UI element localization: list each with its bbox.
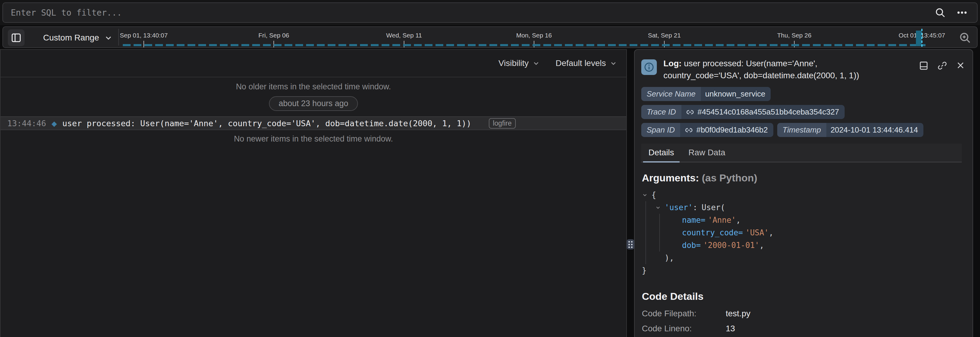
span-id-badge-label: Span ID: [641, 123, 680, 137]
time-ago-badge: about 23 hours ago: [269, 96, 358, 111]
search-icon[interactable]: [934, 7, 946, 18]
link-icon: [684, 126, 694, 135]
code-close-paren: ),: [665, 253, 674, 262]
code-dob-key: dob=: [682, 241, 701, 250]
default-levels-dropdown[interactable]: Default levels: [555, 59, 617, 68]
top-bar: Enter SQL to filter...: [0, 0, 980, 25]
timeline-label: Sat, Sep 21: [648, 32, 681, 39]
trace-id-badge[interactable]: Trace ID #454514c0168a455a51bb4ceba354c3…: [641, 105, 845, 119]
details-panel-layout-icon[interactable]: [919, 61, 929, 71]
span-id-badge-value: #b0f0d9ed1ab346b2: [696, 125, 768, 135]
log-row[interactable]: 13:44:46 ◆ user processed: User(name='An…: [1, 116, 626, 130]
code-close-brace: }: [642, 266, 647, 275]
panel-resize-handle[interactable]: [627, 239, 634, 249]
log-row-message: user processed: User(name='Anne', countr…: [62, 119, 471, 128]
code-country-key: country_code=: [682, 228, 743, 237]
log-row-time: 13:44:46: [7, 119, 46, 128]
timeline-label: Fri, Sep 06: [258, 32, 290, 39]
tab-raw-data[interactable]: Raw Data: [681, 144, 733, 161]
detail-title: Log: user processed: User(name='Anne', c…: [663, 57, 895, 81]
code-open-brace: {: [651, 190, 656, 200]
service-name-badge: Service Name unknown_service: [641, 87, 771, 101]
visibility-dropdown[interactable]: Visibility: [498, 59, 540, 68]
sql-filter-input[interactable]: Enter SQL to filter...: [2, 2, 978, 23]
code-name-value: 'Anne': [708, 216, 736, 225]
detail-badges: Service Name unknown_service Trace ID #4…: [635, 83, 972, 137]
link-icon: [686, 108, 695, 117]
chevron-down-icon: [609, 59, 617, 67]
span-id-badge[interactable]: Span ID #b0f0d9ed1ab346b2: [641, 123, 773, 137]
timeline-histogram-baseline[interactable]: [123, 44, 926, 46]
timeline-label: Thu, Sep 26: [777, 32, 811, 39]
trace-id-badge-label: Trace ID: [641, 105, 681, 119]
time-range-label: Custom Range: [43, 33, 99, 43]
close-icon[interactable]: [956, 61, 965, 70]
trace-id-badge-value: #454514c0168a455a51bb4ceba354c327: [698, 107, 839, 117]
default-levels-dropdown-label: Default levels: [555, 59, 606, 68]
more-options-icon[interactable]: [956, 6, 968, 19]
detail-tabs: Details Raw Data: [641, 144, 962, 163]
timeline-label: Mon, Sep 16: [516, 32, 552, 39]
code-user-call: User(: [702, 203, 725, 212]
service-name-badge-value: unknown_service: [701, 87, 771, 101]
code-lineno-label: Code Lineno:: [642, 324, 726, 334]
visibility-dropdown-label: Visibility: [498, 59, 529, 68]
timeline-label: Sep 01, 13:40:07: [120, 32, 168, 39]
sidebar-toggle-icon[interactable]: [8, 29, 25, 46]
code-details-heading: Code Details: [642, 291, 964, 302]
code-filepath-value: test.py: [726, 309, 964, 318]
timeline-selection-marker[interactable]: [921, 29, 923, 47]
service-name-badge-label: Service Name: [641, 87, 701, 101]
detail-title-text: user processed: User(name='Anne', countr…: [663, 59, 859, 80]
collapse-caret-icon[interactable]: [642, 192, 651, 198]
tab-details[interactable]: Details: [641, 144, 681, 161]
log-list-panel: Visibility Default levels No older items…: [0, 49, 627, 337]
code-user-sep: :: [693, 203, 698, 212]
detail-header: Log: user processed: User(name='Anne', c…: [635, 50, 972, 83]
timeline-label: Wed, Sep 11: [386, 32, 422, 39]
code-dob-value: '2000-01-01': [703, 241, 760, 250]
copy-link-icon[interactable]: [937, 61, 947, 71]
zoom-in-icon[interactable]: [958, 31, 972, 45]
sql-filter-placeholder: Enter SQL to filter...: [11, 8, 934, 18]
code-name-key: name=: [682, 216, 705, 225]
code-lineno-value: 13: [726, 324, 964, 334]
code-country-value: 'USA': [746, 228, 769, 237]
timestamp-badge: Timestamp 2024-10-01 13:44:46.414: [777, 123, 923, 137]
detail-title-prefix: Log:: [663, 59, 682, 68]
log-row-tag: logfire: [489, 118, 516, 129]
list-toolbar: Visibility Default levels: [1, 50, 626, 77]
info-icon: [641, 59, 657, 75]
arguments-heading: Arguments: (as Python): [642, 172, 964, 184]
arguments-code-tree: { 'user' : User( name= 'Anne' ,: [642, 188, 964, 277]
chevron-down-icon: [532, 59, 540, 67]
log-level-diamond-icon: ◆: [51, 118, 57, 129]
no-older-items-note: No older items in the selected time wind…: [1, 82, 626, 91]
code-filepath-label: Code Filepath:: [642, 309, 726, 318]
timeline-histogram-bar[interactable]: [916, 30, 921, 46]
time-range-select[interactable]: Custom Range: [43, 27, 113, 49]
timestamp-badge-label: Timestamp: [777, 123, 826, 137]
timebar-divider: [118, 29, 119, 46]
collapse-caret-icon[interactable]: [655, 204, 665, 211]
timeline-bar: Custom Range Sep 01, 13:40:07 Fri, Sep 0…: [2, 26, 978, 48]
timestamp-badge-value: 2024-10-01 13:44:46.414: [826, 123, 923, 137]
code-user-key: 'user': [665, 203, 693, 212]
no-newer-items-note: No newer items in the selected time wind…: [1, 134, 626, 144]
log-detail-panel: Log: user processed: User(name='Anne', c…: [634, 49, 973, 337]
chevron-down-icon: [104, 33, 113, 42]
